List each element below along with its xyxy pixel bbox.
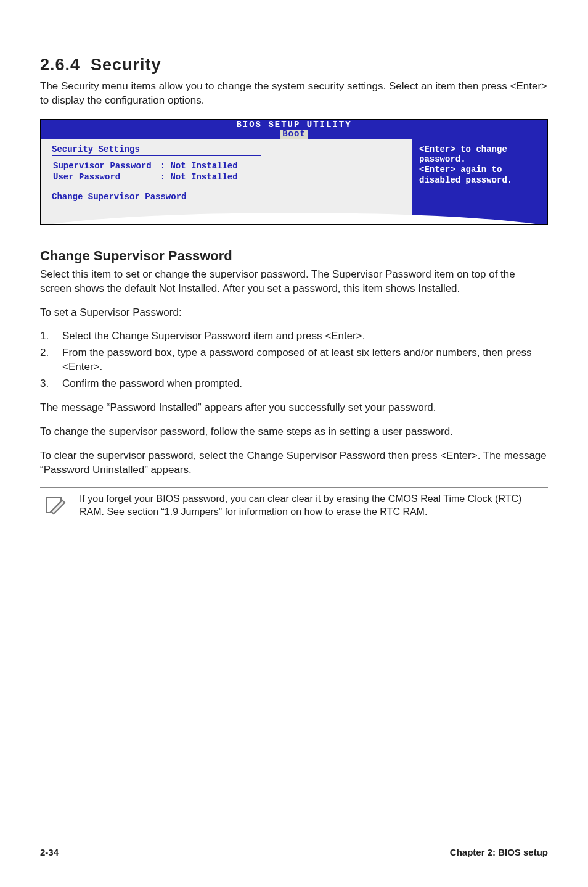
intro-paragraph: The Security menu items allow you to cha… bbox=[40, 80, 548, 108]
step-text: From the password box, type a password c… bbox=[62, 346, 548, 374]
bios-body: Security Settings Supervisor Password : … bbox=[41, 139, 547, 224]
list-item: 3.Confirm the password when prompted. bbox=[40, 377, 548, 391]
bios-divider bbox=[52, 155, 261, 156]
setting-label: Supervisor Password bbox=[53, 161, 159, 171]
bios-title: BIOS SETUP UTILITY bbox=[41, 120, 547, 130]
step-text: Confirm the password when prompted. bbox=[62, 377, 242, 391]
table-row: User Password : Not Installed bbox=[53, 172, 245, 182]
bios-change-item: Change Supervisor Password bbox=[52, 192, 401, 202]
table-row: Supervisor Password : Not Installed bbox=[53, 161, 245, 171]
setting-label: User Password bbox=[53, 172, 159, 182]
paragraph: The message “Password Installed” appears… bbox=[40, 401, 548, 415]
bios-help-text: <Enter> to change password. <Enter> agai… bbox=[419, 144, 541, 186]
paragraph: To change the supervisor password, follo… bbox=[40, 425, 548, 439]
step-text: Select the Change Supervisor Password it… bbox=[62, 329, 365, 344]
bios-left-panel: Security Settings Supervisor Password : … bbox=[41, 139, 412, 224]
page-footer: 2-34 Chapter 2: BIOS setup bbox=[40, 844, 548, 857]
note-text: If you forget your BIOS password, you ca… bbox=[80, 493, 544, 519]
subsection-heading: Change Supervisor Password bbox=[40, 248, 548, 264]
list-item: 1.Select the Change Supervisor Password … bbox=[40, 329, 548, 344]
bios-help-panel: <Enter> to change password. <Enter> agai… bbox=[412, 139, 547, 224]
steps-list: 1.Select the Change Supervisor Password … bbox=[40, 329, 548, 391]
bios-tab: Boot bbox=[280, 130, 308, 139]
paragraph: To clear the supervisor password, select… bbox=[40, 449, 548, 477]
paragraph: Select this item to set or change the su… bbox=[40, 268, 548, 296]
bios-panel-heading: Security Settings bbox=[52, 144, 401, 154]
setting-value: : Not Installed bbox=[160, 172, 245, 182]
step-number: 1. bbox=[40, 329, 62, 344]
bios-header: BIOS SETUP UTILITY Boot bbox=[41, 120, 547, 139]
note-box: If you forget your BIOS password, you ca… bbox=[40, 487, 548, 524]
step-number: 3. bbox=[40, 377, 62, 391]
pencil-note-icon bbox=[44, 493, 68, 518]
bios-settings-table: Supervisor Password : Not Installed User… bbox=[52, 160, 247, 183]
bios-screenshot: BIOS SETUP UTILITY Boot Security Setting… bbox=[40, 119, 548, 225]
step-number: 2. bbox=[40, 346, 62, 374]
page-number: 2-34 bbox=[40, 847, 59, 857]
section-number: 2.6.4 bbox=[40, 56, 80, 74]
section-title: Security bbox=[91, 56, 161, 74]
list-item: 2.From the password box, type a password… bbox=[40, 346, 548, 374]
paragraph: To set a Supervisor Password: bbox=[40, 306, 548, 320]
setting-value: : Not Installed bbox=[160, 161, 245, 171]
section-heading: 2.6.4 Security bbox=[40, 56, 548, 75]
chapter-label: Chapter 2: BIOS setup bbox=[450, 847, 548, 857]
